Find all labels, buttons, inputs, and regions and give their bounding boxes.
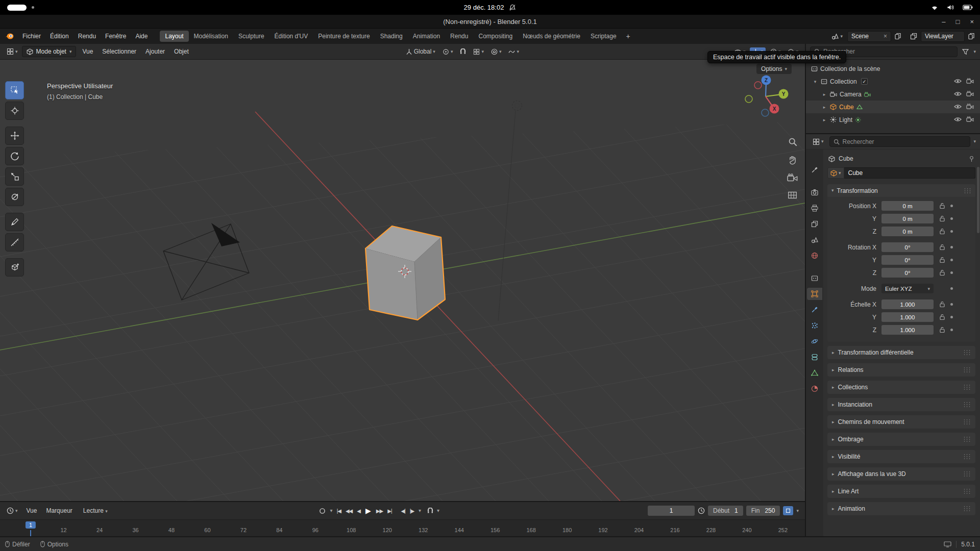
- lock-icon[interactable]: [937, 215, 947, 222]
- outliner-panel[interactable]: Collection de la scène ▾ Collection ✓ ▸ …: [806, 60, 980, 134]
- menubar-menu-4[interactable]: Aide: [131, 31, 152, 41]
- new-scene-button[interactable]: [893, 32, 902, 41]
- lock-icon[interactable]: [937, 203, 947, 209]
- jump-to-start-button[interactable]: |◀: [335, 507, 343, 515]
- workspace-tab-5[interactable]: Shading: [375, 31, 408, 42]
- camera-visibility-icon[interactable]: [966, 104, 974, 111]
- workspace-tab-8[interactable]: Compositing: [473, 31, 518, 42]
- number-field[interactable]: 1.000: [881, 312, 934, 322]
- transform-tool[interactable]: [5, 188, 24, 206]
- camera-visibility-icon[interactable]: [966, 116, 974, 123]
- number-field[interactable]: 0 m: [881, 227, 934, 236]
- collapsed-panel-5[interactable]: ▸Ombrage: [827, 433, 975, 446]
- viewport-menu-2[interactable]: Ajouter: [141, 46, 169, 57]
- animate-dot[interactable]: [947, 259, 955, 261]
- prev-keyframe-button[interactable]: ◀◀: [344, 507, 354, 515]
- add-cube-tool[interactable]: [5, 258, 24, 277]
- tab-render[interactable]: [807, 186, 822, 198]
- object-name-field[interactable]: Cube: [844, 167, 975, 179]
- tab-output[interactable]: [807, 202, 822, 214]
- camera-object[interactable]: [163, 223, 249, 300]
- outliner-row-collection[interactable]: ▾ Collection ✓: [806, 75, 980, 88]
- zoom-icon[interactable]: [788, 137, 797, 146]
- timeline-menu-1[interactable]: Marqueur: [41, 506, 77, 516]
- tab-modifiers[interactable]: [807, 304, 822, 316]
- lock-icon[interactable]: [937, 301, 947, 308]
- minimize-button[interactable]: –: [942, 18, 945, 26]
- cube-object[interactable]: [365, 226, 445, 320]
- proportional-edit-button[interactable]: ▾: [488, 47, 504, 56]
- window-title-bar[interactable]: (Non-enregistré) - Blender 5.0.1 – □ ×: [0, 15, 980, 29]
- collapsed-panel-6[interactable]: ▸Visibilité: [827, 450, 975, 463]
- scene-browse-button[interactable]: ▾: [829, 32, 845, 41]
- play-button[interactable]: ▶: [363, 507, 374, 515]
- tab-object-data[interactable]: [807, 367, 822, 379]
- outliner-row-cube[interactable]: ▸ Cube: [806, 101, 980, 113]
- lock-icon[interactable]: [937, 257, 947, 263]
- lock-icon[interactable]: [937, 327, 947, 333]
- menubar-menu-3[interactable]: Fenêtre: [101, 31, 131, 41]
- snap-playhead-icon[interactable]: [427, 508, 433, 514]
- collapsed-panel-9[interactable]: ▸Animation: [827, 502, 975, 515]
- pivot-point-button[interactable]: ▾: [440, 47, 456, 56]
- collapsed-panel-8[interactable]: ▸Line Art: [827, 485, 975, 498]
- collapsed-panel-2[interactable]: ▸Collections: [827, 381, 975, 394]
- animate-dot[interactable]: [947, 205, 955, 207]
- mode-select[interactable]: Euler XYZ▾: [881, 284, 934, 293]
- light-object[interactable]: [498, 101, 522, 321]
- number-field[interactable]: 1.000: [881, 325, 934, 335]
- number-field[interactable]: 1.000: [881, 299, 934, 309]
- jump-to-end-button[interactable]: ▶|: [385, 507, 394, 515]
- activities-indicator[interactable]: [7, 5, 27, 11]
- collection-checkbox[interactable]: ✓: [861, 78, 868, 85]
- workspace-tab-4[interactable]: Peinture de texture: [313, 31, 375, 42]
- number-field[interactable]: 0 m: [881, 201, 934, 211]
- navigation-gizmo[interactable]: Z Y X: [743, 72, 790, 119]
- timeline-playback-menu[interactable]: Lecture ▾: [79, 506, 112, 516]
- workspace-tab-2[interactable]: Sculpture: [233, 31, 270, 42]
- outliner-row-scene-collection[interactable]: Collection de la scène: [806, 62, 980, 75]
- prev-frame-button[interactable]: ◀|: [399, 507, 407, 515]
- snap-toggle-button[interactable]: [457, 47, 469, 56]
- battery-icon[interactable]: [963, 5, 973, 10]
- hide-eye-icon[interactable]: [954, 91, 962, 98]
- animate-dot[interactable]: [947, 246, 955, 248]
- measure-tool[interactable]: [5, 233, 24, 252]
- menubar-menu-2[interactable]: Rendu: [74, 31, 101, 41]
- animate-dot[interactable]: [947, 230, 955, 233]
- camera-view-icon[interactable]: [787, 173, 798, 182]
- hide-eye-icon[interactable]: [954, 104, 962, 111]
- tab-tool[interactable]: [807, 164, 822, 176]
- frame-start-field[interactable]: Début 1: [708, 506, 743, 516]
- outliner-row-camera[interactable]: ▸ Camera: [806, 88, 980, 101]
- workspace-tab-1[interactable]: Modélisation: [189, 31, 233, 42]
- lock-icon[interactable]: [937, 244, 947, 251]
- viewport-menu-1[interactable]: Sélectionner: [97, 46, 141, 57]
- camera-visibility-icon[interactable]: [966, 91, 974, 98]
- ortho-grid-icon[interactable]: [788, 190, 797, 200]
- tab-particles[interactable]: [807, 319, 822, 332]
- viewport-3d[interactable]: Perspective Utilisateur (1) Collection |…: [0, 60, 805, 501]
- collapsed-panel-4[interactable]: ▸Chemins de mouvement: [827, 415, 975, 429]
- outliner-row-light[interactable]: ▸ Light: [806, 113, 980, 126]
- orientation-select[interactable]: Global ▾: [403, 47, 438, 56]
- close-button[interactable]: ×: [970, 18, 974, 26]
- unlink-scene-icon[interactable]: ×: [884, 33, 887, 40]
- tab-physics[interactable]: [807, 335, 822, 347]
- maximize-button[interactable]: □: [956, 18, 960, 26]
- cursor-tool[interactable]: [5, 102, 24, 120]
- view-layer-name-field[interactable]: ViewLayer: [921, 31, 965, 42]
- playhead[interactable]: 1: [26, 521, 36, 529]
- lock-icon[interactable]: [937, 314, 947, 320]
- disclosure-closed-icon[interactable]: ▸: [821, 92, 827, 97]
- scene-name-field[interactable]: Scene ×: [847, 31, 891, 42]
- tab-material[interactable]: [807, 383, 822, 395]
- next-keyframe-button[interactable]: ▶▶: [374, 507, 385, 515]
- move-tool[interactable]: [5, 127, 24, 145]
- properties-editor-type-button[interactable]: ▾: [810, 137, 826, 146]
- falloff-button[interactable]: ▾: [506, 47, 522, 56]
- pan-hand-icon[interactable]: [788, 155, 797, 165]
- frame-end-field[interactable]: Fin 250: [746, 506, 780, 516]
- workspace-tab-9[interactable]: Nœuds de géométrie: [518, 31, 585, 42]
- number-field[interactable]: 0 m: [881, 214, 934, 223]
